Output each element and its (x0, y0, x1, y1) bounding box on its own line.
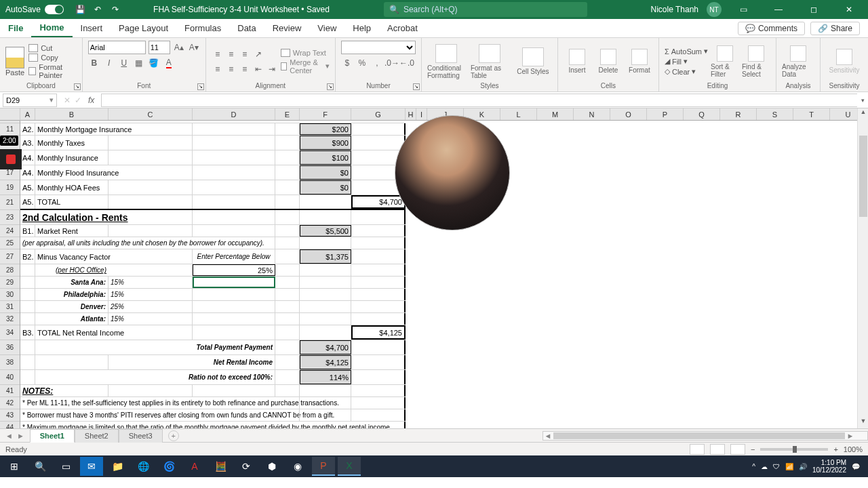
align-middle-icon[interactable]: ≡ (225, 48, 237, 60)
cell[interactable]: Enter Percentage Below (193, 249, 275, 264)
start-button[interactable]: ⊞ (3, 457, 26, 476)
merge-center-button[interactable]: Merge & Center ▾ (281, 58, 330, 75)
font-name-select[interactable] (88, 41, 146, 54)
spreadsheet-grid[interactable]: 2:00 ABCDEFGHIJKLMNOPQRSTU 1113151719212… (0, 108, 868, 428)
dialog-launcher-icon[interactable]: ↘ (413, 83, 420, 90)
tab-review[interactable]: Review (264, 19, 310, 37)
column-header[interactable]: C (108, 108, 193, 120)
save-icon[interactable]: 💾 (75, 4, 85, 15)
cell[interactable]: 25% (108, 301, 193, 312)
sheet-tab-1[interactable]: Sheet1 (30, 429, 75, 443)
row-header[interactable]: 19 (0, 180, 20, 195)
cell[interactable]: Monthly Taxes (35, 136, 108, 150)
cell[interactable]: TOTAL (35, 195, 108, 209)
format-painter-button[interactable]: Format Painter (28, 63, 77, 79)
row-header[interactable]: 41 (0, 385, 20, 397)
cell[interactable]: Monthly Flood Insurance (35, 165, 108, 180)
tab-formulas[interactable]: Formulas (176, 19, 229, 37)
system-tray[interactable]: ^ ☁ 🛡 📶 🔊 1:10 PM 10/12/2022 💬 (752, 459, 865, 474)
column-header[interactable]: M (537, 108, 574, 120)
paste-button[interactable]: Paste (5, 47, 24, 77)
calculator-icon[interactable]: 🧮 (209, 457, 232, 476)
cell[interactable]: Minus Vacancy Factor (35, 249, 108, 264)
scrollbar-thumb[interactable] (553, 432, 845, 439)
amount-cell[interactable]: $0 (300, 180, 351, 195)
cell[interactable]: * Per ML 11-11, the self-sufficiency tes… (20, 397, 35, 409)
cell[interactable]: B2. (20, 249, 35, 264)
selected-cell[interactable] (193, 277, 275, 288)
amount-cell[interactable]: $4,700 (300, 340, 351, 354)
row-header[interactable]: 27 (0, 249, 20, 264)
copy-button[interactable]: Copy (28, 54, 77, 62)
percent-icon[interactable]: % (356, 57, 368, 69)
toggle-switch[interactable] (45, 5, 64, 14)
scroll-right-icon[interactable]: ► (846, 432, 855, 440)
italic-button[interactable]: I (103, 57, 115, 69)
sheet-nav-next-icon[interactable]: ► (17, 432, 24, 440)
column-header[interactable]: E (275, 108, 300, 120)
sheet-tab-3[interactable]: Sheet3 (119, 429, 163, 443)
row-header[interactable]: 38 (0, 355, 20, 370)
delete-cells-button[interactable]: Delete (595, 49, 622, 74)
cell[interactable]: A4. (20, 150, 35, 165)
row-header[interactable]: 21 (0, 195, 20, 210)
align-center-icon[interactable]: ≡ (225, 63, 237, 75)
sheet-tab-2[interactable]: Sheet2 (75, 429, 119, 443)
border-icon[interactable]: ▦ (133, 57, 145, 69)
cell[interactable]: 15% (108, 313, 193, 325)
autosave-toggle[interactable]: AutoSave (0, 5, 69, 14)
file-explorer-icon[interactable]: 📁 (106, 457, 129, 476)
zoom-slider[interactable] (760, 448, 828, 451)
column-header[interactable]: Q (684, 108, 720, 120)
column-header[interactable]: N (574, 108, 610, 120)
zoom-level[interactable]: 100% (844, 445, 863, 453)
total-cell[interactable]: $4,125 (351, 325, 406, 340)
add-sheet-button[interactable]: + (168, 430, 179, 441)
user-avatar[interactable]: NT (707, 2, 722, 17)
chrome-icon[interactable]: 🌐 (132, 457, 155, 476)
amount-cell[interactable]: 114% (300, 370, 351, 384)
task-view-icon[interactable]: ▭ (54, 457, 77, 476)
app-icon[interactable]: ⟳ (235, 457, 258, 476)
acrobat-icon[interactable]: A (183, 457, 206, 476)
tab-acrobat[interactable]: Acrobat (379, 19, 426, 37)
section-header[interactable]: 2nd Calculation - Rents (20, 210, 35, 224)
undo-icon[interactable]: ↶ (92, 4, 103, 15)
notification-icon[interactable]: 💬 (852, 463, 860, 470)
underline-button[interactable]: U (118, 57, 130, 69)
amount-cell[interactable]: $100 (300, 150, 351, 165)
column-header[interactable]: R (720, 108, 757, 120)
cell[interactable]: (per HOC Office) (35, 264, 108, 276)
user-name[interactable]: Nicole Thanh (651, 5, 699, 14)
row-header[interactable]: 43 (0, 409, 20, 422)
row-header[interactable]: 29 (0, 277, 20, 289)
cell[interactable]: Market Rent (35, 225, 108, 237)
autosum-button[interactable]: Σ AutoSum ▾ (665, 47, 708, 56)
column-header[interactable]: L (500, 108, 537, 120)
scroll-left-icon[interactable]: ◄ (543, 432, 553, 440)
align-right-icon[interactable]: ≡ (239, 63, 251, 75)
formula-input[interactable] (101, 94, 857, 107)
cell[interactable]: Monthly Insurance (35, 150, 108, 165)
excel-icon[interactable]: X (338, 457, 361, 476)
row-header[interactable]: 23 (0, 210, 20, 225)
cell[interactable]: (per appraisal, all units including the … (20, 237, 35, 249)
column-header[interactable]: S (757, 108, 793, 120)
tray-clock[interactable]: 1:10 PM 10/12/2022 (812, 459, 846, 474)
cell[interactable]: 15% (108, 289, 193, 300)
column-header[interactable]: B (35, 108, 108, 120)
app-icon[interactable]: ⬢ (260, 457, 283, 476)
cell[interactable]: B3. (20, 325, 35, 340)
app-icon[interactable]: ◉ (286, 457, 309, 476)
page-layout-view-icon[interactable] (710, 444, 725, 455)
row-header[interactable]: 34 (0, 325, 20, 340)
column-header[interactable]: T (793, 108, 830, 120)
font-size-select[interactable] (149, 41, 170, 54)
redo-icon[interactable]: ↷ (110, 4, 121, 15)
orientation-icon[interactable]: ↗ (252, 48, 264, 60)
row-header[interactable]: 30 (0, 289, 20, 301)
cell[interactable]: Monthly Mortgage Insurance (35, 123, 108, 135)
scrollbar-thumb[interactable] (859, 136, 867, 217)
tab-home[interactable]: Home (31, 19, 72, 37)
tray-icon[interactable]: 🛡 (773, 463, 780, 470)
